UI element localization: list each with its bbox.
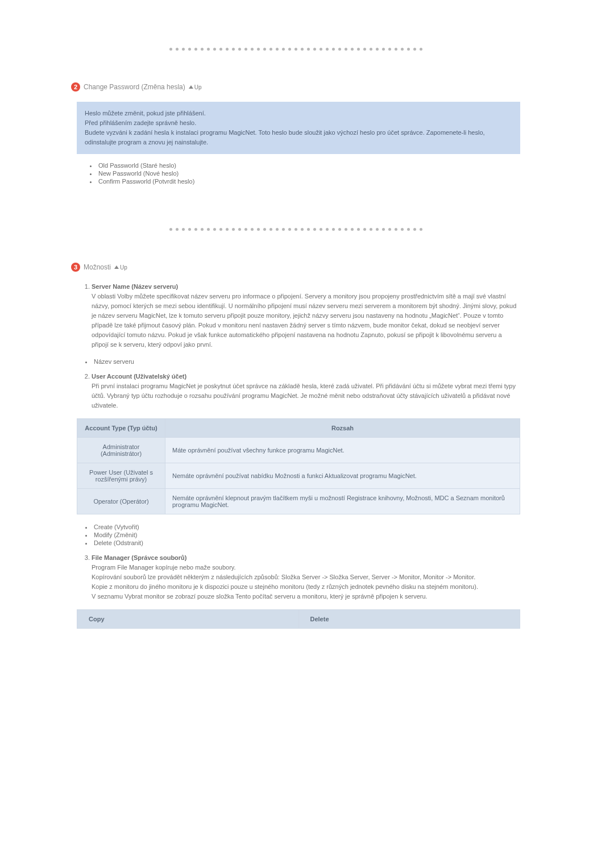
up-link[interactable]: Up	[114, 264, 127, 271]
sub-body-line: Program File Manager kopíruje nebo maže …	[92, 564, 236, 571]
up-link-label: Up	[120, 264, 127, 271]
sub-title: User Account (Uživatelský účet)	[92, 373, 186, 380]
col-delete: Delete	[298, 609, 520, 628]
list-item: New Passworld (Nové heslo)	[97, 170, 520, 177]
sub-title: File Manager (Správce souborů)	[92, 554, 186, 561]
col-account-type: Account Type (Typ účtu)	[77, 418, 165, 437]
intro-line: Před přihlášením zadejte správně heslo.	[85, 118, 512, 128]
section-options-title: Možnosti	[84, 263, 111, 271]
table-head-row: Account Type (Typ účtu) Rozsah	[77, 418, 520, 437]
server-name-bullets: Název serveru	[93, 358, 520, 365]
sub-server-name: Server Name (Název serveru) V oblasti Vo…	[92, 282, 520, 350]
section-change-password-title: Change Password (Změna hesla)	[84, 83, 185, 91]
sub-title: Server Name (Název serveru)	[92, 283, 178, 290]
user-account-actions: Create (Vytvořit) Modify (Změnit) Delete…	[93, 524, 520, 546]
up-link[interactable]: Up	[189, 84, 202, 90]
password-fields-list: Old Passworld (Staré heslo) New Passworl…	[97, 162, 520, 185]
list-item: Modify (Změnit)	[93, 531, 520, 538]
sub-body: V oblasti Volby můžete specifikovat náze…	[92, 293, 516, 348]
col-scope: Rozsah	[165, 418, 520, 437]
section-number-badge-3: 3	[71, 263, 80, 272]
list-item: Název serveru	[93, 358, 520, 365]
dotted-divider	[71, 214, 520, 249]
cell-account-type: Operator (Operátor)	[77, 488, 165, 514]
sub-body-line: V seznamu Vybrat monitor se zobrazí pouz…	[92, 593, 428, 600]
list-item: Create (Vytvořit)	[93, 524, 520, 530]
options-sublist: User Account (Uživatelský účet) Při prvn…	[92, 372, 520, 410]
file-manager-table: Copy Delete	[77, 609, 520, 629]
cell-account-type: Administrator (Administrátor)	[77, 437, 165, 463]
section-change-password-head: 2 Change Password (Změna hesla) Up	[71, 82, 520, 92]
sub-user-account: User Account (Uživatelský účet) Při prvn…	[92, 372, 520, 410]
list-item: Old Passworld (Staré heslo)	[97, 162, 520, 169]
intro-line: Budete vyzváni k zadání hesla k instalac…	[85, 128, 512, 147]
sub-file-manager: File Manager (Správce souborů) Program F…	[92, 553, 520, 601]
section-number-badge-2: 2	[71, 82, 80, 92]
col-copy: Copy	[77, 609, 299, 628]
table-row: Operator (Operátor) Nemáte oprávnění kle…	[77, 488, 520, 514]
options-sublist: Server Name (Název serveru) V oblasti Vo…	[92, 282, 520, 350]
table-row: Power User (Uživatel s rozšířenými právy…	[77, 463, 520, 488]
cell-account-type: Power User (Uživatel s rozšířenými právy…	[77, 463, 165, 488]
table-row: Administrator (Administrátor) Máte opráv…	[77, 437, 520, 463]
sub-body-line: Kopírování souborů lze provádět některým…	[92, 574, 475, 580]
list-item: Delete (Odstranit)	[93, 539, 520, 546]
cell-scope: Máte oprávnění používat všechny funkce p…	[165, 437, 520, 463]
dotted-divider	[71, 34, 520, 69]
intro-line: Heslo můžete změnit, pokud jste přihláše…	[85, 109, 512, 118]
cell-scope: Nemáte oprávnění používat nabídku Možnos…	[165, 463, 520, 488]
sub-body-line: Kopie z monitoru do jiného monitoru je k…	[92, 583, 478, 590]
list-item: Confirm Passworld (Potvrdit heslo)	[97, 178, 520, 185]
table-head-row: Copy Delete	[77, 609, 520, 628]
section-options-head: 3 Možnosti Up	[71, 263, 520, 272]
up-link-label: Up	[194, 84, 202, 90]
change-password-intro: Heslo můžete změnit, pokud jste přihláše…	[77, 102, 520, 154]
account-type-table: Account Type (Typ účtu) Rozsah Administr…	[77, 418, 520, 514]
cell-scope: Nemáte oprávnění klepnout pravým tlačítk…	[165, 488, 520, 514]
options-sublist: File Manager (Správce souborů) Program F…	[92, 553, 520, 601]
sub-body: Při první instalaci programu MagicNet je…	[92, 383, 516, 409]
